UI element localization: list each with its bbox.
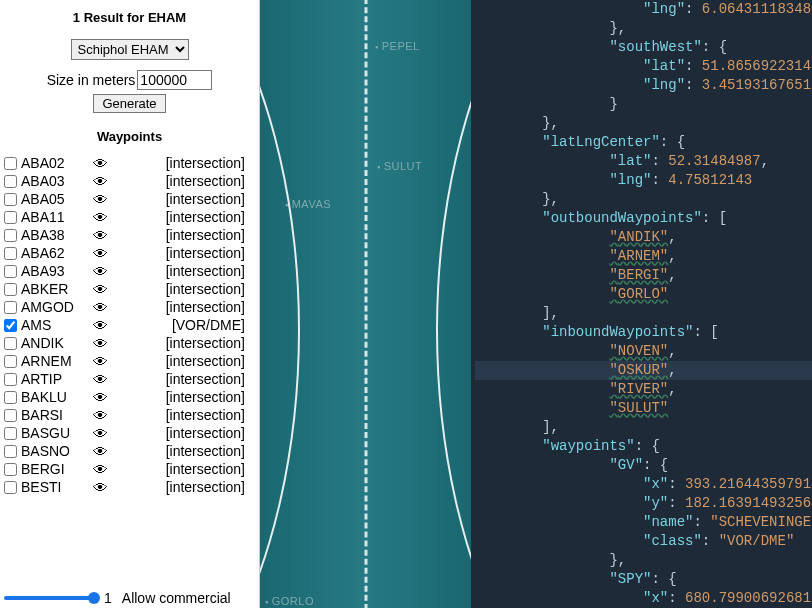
waypoint-row: AMGOD👁[intersection] [4,298,255,316]
map-waypoint-label: GORLO [265,595,314,607]
eye-icon[interactable]: 👁 [91,372,109,387]
eye-icon[interactable]: 👁 [91,156,109,171]
map-waypoint-label: PEPEL [375,40,420,52]
size-input[interactable] [137,70,212,90]
waypoint-name: ARNEM [21,353,87,369]
waypoint-checkbox[interactable] [4,337,17,350]
slider-value: 1 [104,590,112,606]
waypoint-name: ABA02 [21,155,87,171]
waypoint-row: ABA38👁[intersection] [4,226,255,244]
eye-icon[interactable]: 👁 [91,390,109,405]
waypoint-name: ABA03 [21,173,87,189]
eye-icon[interactable]: 👁 [91,210,109,225]
waypoint-type: [intersection] [166,299,255,315]
waypoint-row: AMS👁[VOR/DME] [4,316,255,334]
code-panel: "lng": 6.064311183480978 }, "southWest":… [471,0,812,608]
waypoint-row: ABA03👁[intersection] [4,172,255,190]
waypoint-row: BERGI👁[intersection] [4,460,255,478]
waypoint-checkbox[interactable] [4,157,17,170]
waypoint-checkbox[interactable] [4,481,17,494]
map-arc [260,0,300,608]
waypoint-checkbox[interactable] [4,301,17,314]
waypoint-list[interactable]: ABA02👁[intersection]ABA03👁[intersection]… [0,154,259,588]
waypoint-checkbox[interactable] [4,445,17,458]
eye-icon[interactable]: 👁 [91,480,109,495]
waypoint-type: [intersection] [166,335,255,351]
waypoint-checkbox[interactable] [4,211,17,224]
waypoint-checkbox[interactable] [4,247,17,260]
eye-icon[interactable]: 👁 [91,192,109,207]
waypoint-name: ANDIK [21,335,87,351]
generate-button[interactable]: Generate [93,94,165,113]
waypoint-checkbox[interactable] [4,283,17,296]
waypoint-name: BERGI [21,461,87,477]
waypoint-name: BARSI [21,407,87,423]
waypoint-row: ABA93👁[intersection] [4,262,255,280]
commercial-slider[interactable] [4,596,94,600]
waypoint-type: [intersection] [166,281,255,297]
eye-icon[interactable]: 👁 [91,246,109,261]
waypoint-name: ARTIP [21,371,87,387]
waypoint-checkbox[interactable] [4,391,17,404]
eye-icon[interactable]: 👁 [91,228,109,243]
waypoint-name: ABA62 [21,245,87,261]
waypoint-name: ABA05 [21,191,87,207]
eye-icon[interactable]: 👁 [91,300,109,315]
waypoint-type: [intersection] [166,407,255,423]
waypoint-row: BARSI👁[intersection] [4,406,255,424]
airport-select[interactable]: Schiphol EHAM [71,39,189,60]
waypoint-type: [intersection] [166,371,255,387]
eye-icon[interactable]: 👁 [91,318,109,333]
waypoint-name: ABA11 [21,209,87,225]
waypoint-name: BASGU [21,425,87,441]
eye-icon[interactable]: 👁 [91,336,109,351]
waypoint-name: AMS [21,317,87,333]
map-canvas[interactable]: PEPELSULUTMAVASGORLO [260,0,471,608]
waypoint-checkbox[interactable] [4,373,17,386]
waypoint-row: ABA62👁[intersection] [4,244,255,262]
map-waypoint-label: SULUT [377,160,422,172]
slider-thumb[interactable] [88,592,100,604]
result-count-header: 1 Result for EHAM [0,0,259,31]
waypoint-row: BESTI👁[intersection] [4,478,255,496]
map-waypoint-label: MAVAS [285,198,331,210]
waypoint-checkbox[interactable] [4,265,17,278]
map-arc [436,0,471,608]
eye-icon[interactable]: 👁 [91,408,109,423]
eye-icon[interactable]: 👁 [91,354,109,369]
waypoint-row: ABA05👁[intersection] [4,190,255,208]
eye-icon[interactable]: 👁 [91,462,109,477]
sidebar: 1 Result for EHAM Schiphol EHAM Size in … [0,0,260,608]
waypoint-checkbox[interactable] [4,319,17,332]
waypoint-row: BASGU👁[intersection] [4,424,255,442]
waypoint-row: BASNO👁[intersection] [4,442,255,460]
slider-row: 1 Allow commercial [0,588,259,608]
waypoint-row: ARNEM👁[intersection] [4,352,255,370]
eye-icon[interactable]: 👁 [91,444,109,459]
waypoint-row: ANDIK👁[intersection] [4,334,255,352]
waypoint-checkbox[interactable] [4,409,17,422]
waypoint-type: [intersection] [166,155,255,171]
waypoint-type: [intersection] [166,245,255,261]
eye-icon[interactable]: 👁 [91,282,109,297]
waypoint-type: [intersection] [166,209,255,225]
waypoint-checkbox[interactable] [4,175,17,188]
eye-icon[interactable]: 👁 [91,264,109,279]
eye-icon[interactable]: 👁 [91,174,109,189]
waypoint-checkbox[interactable] [4,463,17,476]
waypoint-row: ABA11👁[intersection] [4,208,255,226]
waypoint-name: BESTI [21,479,87,495]
waypoint-checkbox[interactable] [4,193,17,206]
waypoint-name: ABKER [21,281,87,297]
waypoint-type: [VOR/DME] [172,317,255,333]
waypoint-row: ARTIP👁[intersection] [4,370,255,388]
waypoint-type: [intersection] [166,461,255,477]
waypoint-type: [intersection] [166,173,255,189]
waypoint-checkbox[interactable] [4,355,17,368]
waypoint-checkbox[interactable] [4,229,17,242]
waypoint-checkbox[interactable] [4,427,17,440]
eye-icon[interactable]: 👁 [91,426,109,441]
size-label: Size in meters [47,72,136,88]
waypoint-type: [intersection] [166,389,255,405]
waypoint-type: [intersection] [166,191,255,207]
